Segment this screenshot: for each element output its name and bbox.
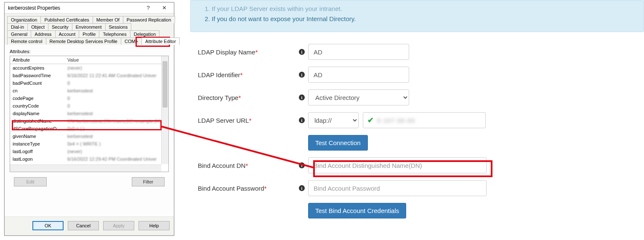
tab-account[interactable]: Account [55,30,80,38]
vertical-scrollbar[interactable] [161,56,168,164]
attr-value: CN=kerberostest,CN=Users,DC=example,DC [67,118,166,124]
tab-pane: Attributes: Attribute Value accountExpir… [5,45,174,191]
tab-telephones[interactable]: Telephones [99,30,130,38]
ok-button[interactable]: OK [32,221,64,230]
attr-value: 0x4 = ( WRITE ) [67,140,166,147]
attr-value: kerberostest [67,133,166,140]
input-server-host[interactable]: ✔ 0.107.00.00 [363,112,486,128]
label-bind-password: Bind Account Password* [198,185,295,192]
label-display-name: LDAP Display Name* [198,49,295,56]
help-icon[interactable]: i [295,185,308,191]
dialog-buttons: OK Cancel Apply Help [5,216,174,235]
tab-general[interactable]: General [7,30,31,38]
tab-environment[interactable]: Environment [72,23,106,30]
attribute-row[interactable]: distinguishedNameCN=kerberostest,CN=User… [10,117,168,125]
tab-published-certificates[interactable]: Published Certificates [40,16,93,23]
title-bar: kerberostest Properties ? ✕ [5,3,174,13]
row-test-bind: Test Bind Account Credentials [198,203,644,218]
attribute-row[interactable]: lastLogoff(never) [10,148,168,155]
close-icon[interactable]: ✕ [156,3,172,13]
ldap-config-form: If your LDAP Server exists within your i… [190,0,644,225]
attribute-row[interactable]: dSCorePropagationD...0x0 = ( ) [10,125,168,132]
attr-value: 0 [67,80,166,86]
attr-name: badPwdCount [13,80,67,86]
attr-name: cn [13,87,67,94]
help-button[interactable]: Help [138,221,170,230]
attributes-list[interactable]: Attribute Value accountExpires(never)bad… [10,56,169,172]
attribute-row[interactable]: cnkerberostest [10,87,168,94]
help-icon[interactable]: i [295,72,308,78]
row-bind-password: Bind Account Password* i [198,180,644,196]
tab-attribute-editor[interactable]: Attribute Editor [141,38,180,45]
help-icon[interactable]: i [295,49,308,55]
attribute-row[interactable]: countryCode0 [10,102,168,110]
row-bind-dn: Bind Account DN* i [198,157,644,173]
apply-button[interactable]: Apply [103,221,134,230]
attr-value: 6/16/2022 11:22:41 AM Coordinated Univer [67,72,166,79]
attribute-row[interactable]: givenNamekerberostest [10,132,168,140]
input-display-name[interactable] [308,44,409,60]
attr-value: kerberostest [67,87,166,94]
attr-value: 0 [67,102,166,109]
tab-member-of[interactable]: Member Of [93,16,123,23]
attr-value: (never) [67,65,166,71]
attr-name: lastLogon [13,156,67,162]
attributes-header: Attribute Value [10,56,168,64]
filter-button[interactable]: Filter [132,177,165,186]
attr-name: instanceType [13,140,67,147]
attr-name: codePage [13,95,67,102]
attr-value: 0x0 = ( ) [67,125,166,132]
tab-dial-in[interactable]: Dial-in [7,23,28,30]
input-bind-dn[interactable] [308,157,487,173]
tab-rdsp[interactable]: Remote Desktop Services Profile [46,38,121,45]
cancel-button[interactable]: Cancel [68,221,99,230]
attr-name: displayName [13,110,67,117]
tabs-area: Organization Published Certificates Memb… [5,13,174,45]
tab-organization[interactable]: Organization [7,16,41,23]
test-bind-button[interactable]: Test Bind Account Credentials [308,203,406,218]
tab-delegation[interactable]: Delegation [130,30,160,38]
attribute-row[interactable]: lastLogon6/16/2022 12:29:42 PM Coordinat… [10,155,168,163]
input-identifier[interactable] [308,67,409,83]
scroll-thumb[interactable] [162,61,168,108]
help-icon[interactable]: i [295,117,308,124]
tab-remote-control[interactable]: Remote control [7,38,46,45]
select-directory-type[interactable]: Active Directory [308,89,409,105]
label-bind-dn: Bind Account DN* [198,162,295,169]
attr-value: 6/16/2022 12:29:42 PM Coordinated Univer [67,156,166,162]
tab-security[interactable]: Security [48,23,72,30]
tab-address[interactable]: Address [31,30,55,38]
attributes-label: Attributes: [10,49,169,54]
row-server-url: LDAP Server URL* i ldap:// ✔ 0.107.00.00 [198,112,644,128]
horizontal-scrollbar[interactable] [10,164,161,172]
attr-name: givenName [13,133,67,140]
help-icon[interactable]: i [295,94,308,101]
help-icon[interactable]: i [295,162,308,169]
info-box: If your LDAP Server exists within your i… [190,0,644,32]
dialog-title: kerberostest Properties [8,5,140,11]
tab-object[interactable]: Object [27,23,48,30]
tab-profile[interactable]: Profile [79,30,99,38]
help-icon[interactable]: ? [140,3,156,13]
attribute-row[interactable]: codePage0 [10,94,168,102]
attribute-row[interactable]: accountExpires(never) [10,64,168,72]
attribute-row[interactable]: badPwdCount0 [10,79,168,87]
attr-name: distinguishedName [13,118,67,124]
attr-value: (never) [67,148,166,155]
row-identifier: LDAP Identifier* i [198,67,644,83]
col-attribute: Attribute [13,57,67,63]
edit-button[interactable]: Edit [14,177,47,186]
attr-name: countryCode [13,102,67,109]
attr-value: 0 [67,95,166,102]
attribute-row[interactable]: displayNamekerberostest [10,110,168,117]
attr-name: dSCorePropagationD... [13,125,67,132]
test-connection-button[interactable]: Test Connection [308,135,368,151]
tab-sessions[interactable]: Sessions [105,23,132,30]
select-protocol[interactable]: ldap:// [308,112,359,128]
tab-complus[interactable]: COM+ [121,38,142,45]
attribute-row[interactable]: badPasswordTime6/16/2022 11:22:41 AM Coo… [10,72,168,79]
input-bind-password[interactable] [308,180,487,196]
tab-password-replication[interactable]: Password Replication [123,16,175,23]
info-line-2: If you do not want to expose your Intern… [212,14,633,24]
attribute-row[interactable]: instanceType0x4 = ( WRITE ) [10,140,168,148]
